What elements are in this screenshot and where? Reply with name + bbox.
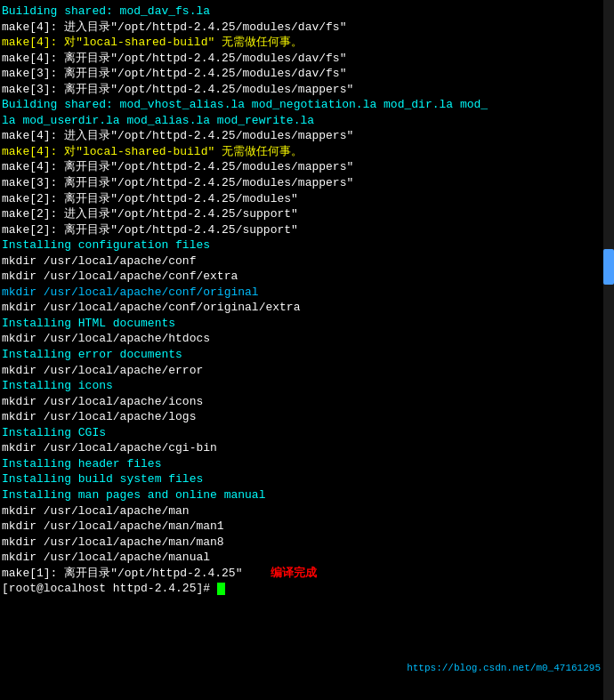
- terminal-line: mkdir /usr/local/apache/man/man1: [2, 519, 612, 535]
- terminal-last-make-line: make[1]: 离开目录"/opt/httpd-2.4.25" 编译完成: [2, 566, 612, 582]
- terminal-line: mkdir /usr/local/apache/manual: [2, 550, 612, 566]
- terminal: Building shared: mod_dav_fs.lamake[4]: 进…: [0, 0, 614, 700]
- terminal-line: Installing CGIs: [2, 425, 612, 441]
- terminal-line: Installing configuration files: [2, 237, 612, 253]
- terminal-line: Installing error documents: [2, 347, 612, 363]
- terminal-line: make[4]: 对"local-shared-build" 无需做任何事。: [2, 144, 612, 160]
- watermark: https://blog.csdn.net/m0_47161295: [407, 663, 601, 673]
- terminal-line: make[2]: 离开目录"/opt/httpd-2.4.25/modules": [2, 191, 612, 207]
- terminal-line: mkdir /usr/local/apache/conf/extra: [2, 269, 612, 285]
- terminal-line: Installing header files: [2, 456, 612, 472]
- terminal-line: Building shared: mod_vhost_alias.la mod_…: [2, 97, 612, 113]
- terminal-cursor: [217, 583, 225, 595]
- terminal-line: Installing HTML documents: [2, 316, 612, 332]
- terminal-line: make[3]: 离开目录"/opt/httpd-2.4.25/modules/…: [2, 66, 612, 82]
- terminal-line: make[2]: 离开目录"/opt/httpd-2.4.25/support": [2, 222, 612, 238]
- terminal-line: Building shared: mod_dav_fs.la: [2, 4, 612, 20]
- terminal-line: mkdir /usr/local/apache/error: [2, 363, 612, 379]
- terminal-line: mkdir /usr/local/apache/htdocs: [2, 331, 612, 347]
- terminal-line: make[4]: 离开目录"/opt/httpd-2.4.25/modules/…: [2, 51, 612, 67]
- terminal-line: mkdir /usr/local/apache/logs: [2, 409, 612, 425]
- terminal-line: mkdir /usr/local/apache/conf/original/ex…: [2, 300, 612, 316]
- terminal-line: make[2]: 进入目录"/opt/httpd-2.4.25/support": [2, 206, 612, 222]
- scrollbar-thumb[interactable]: [603, 249, 614, 285]
- terminal-line: make[3]: 离开目录"/opt/httpd-2.4.25/modules/…: [2, 82, 612, 98]
- terminal-line: mkdir /usr/local/apache/conf/original: [2, 285, 612, 301]
- terminal-line: make[4]: 进入目录"/opt/httpd-2.4.25/modules/…: [2, 128, 612, 144]
- terminal-line: make[4]: 进入目录"/opt/httpd-2.4.25/modules/…: [2, 20, 612, 36]
- terminal-line: la mod_userdir.la mod_alias.la mod_rewri…: [2, 113, 612, 129]
- terminal-line: make[4]: 对"local-shared-build" 无需做任何事。: [2, 35, 612, 51]
- terminal-line: Installing build system files: [2, 471, 612, 487]
- terminal-line: make[4]: 离开目录"/opt/httpd-2.4.25/modules/…: [2, 159, 612, 175]
- terminal-line: mkdir /usr/local/apache/man/man8: [2, 535, 612, 551]
- terminal-line: make[3]: 离开目录"/opt/httpd-2.4.25/modules/…: [2, 175, 612, 191]
- terminal-line: Installing icons: [2, 378, 612, 394]
- terminal-prompt-line: [root@localhost httpd-2.4.25]#: [2, 581, 612, 597]
- terminal-line: mkdir /usr/local/apache/conf: [2, 253, 612, 270]
- compile-done-label: 编译完成: [271, 567, 317, 580]
- scrollbar[interactable]: [603, 0, 614, 700]
- terminal-line: mkdir /usr/local/apache/man: [2, 503, 612, 519]
- terminal-line: mkdir /usr/local/apache/cgi-bin: [2, 440, 612, 456]
- terminal-line: Installing man pages and online manual: [2, 487, 612, 503]
- terminal-line: mkdir /usr/local/apache/icons: [2, 394, 612, 410]
